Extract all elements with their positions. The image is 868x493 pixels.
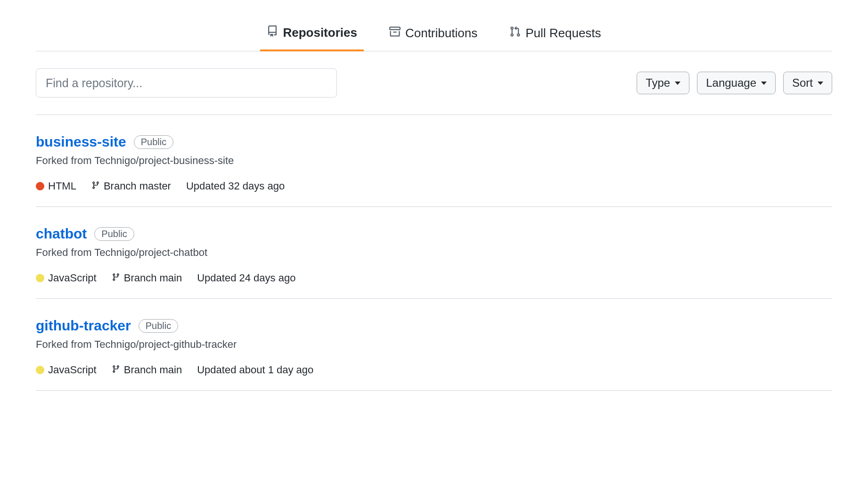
repo-item: github-trackerPublicForked from Technigo… — [36, 299, 832, 391]
repo-name-link[interactable]: chatbot — [36, 226, 87, 242]
sort-filter-button[interactable]: Sort — [783, 72, 832, 94]
repo-updated: Updated 24 days ago — [197, 272, 295, 284]
repo-fork-text: Forked from Technigo/project-chatbot — [36, 246, 832, 259]
repo-list: business-sitePublicForked from Technigo/… — [36, 115, 832, 391]
repo-branch: Branch main — [112, 364, 182, 376]
tab-repositories[interactable]: Repositories — [260, 19, 364, 51]
tab-label: Pull Requests — [525, 26, 601, 41]
visibility-badge: Public — [139, 319, 178, 333]
language-color-dot — [36, 274, 44, 282]
tab-pull-requests[interactable]: Pull Requests — [503, 19, 607, 51]
button-label: Type — [646, 76, 670, 90]
branch-label: Branch main — [124, 364, 182, 376]
language-color-dot — [36, 366, 44, 374]
button-label: Sort — [792, 76, 813, 90]
repo-language: JavaScript — [36, 272, 97, 284]
git-branch-icon — [91, 180, 100, 192]
tab-contributions[interactable]: Contributions — [383, 19, 484, 51]
repo-language: HTML — [36, 180, 76, 192]
branch-label: Branch main — [124, 272, 182, 284]
visibility-badge: Public — [134, 135, 173, 149]
tabnav: Repositories Contributions Pull Requests — [36, 19, 832, 51]
caret-down-icon — [761, 82, 767, 85]
git-branch-icon — [112, 272, 120, 284]
language-color-dot — [36, 182, 44, 190]
type-filter-button[interactable]: Type — [637, 72, 689, 94]
branch-label: Branch master — [104, 180, 171, 192]
repo-item: business-sitePublicForked from Technigo/… — [36, 115, 832, 207]
repo-language: JavaScript — [36, 364, 97, 376]
filter-buttons: Type Language Sort — [637, 72, 832, 94]
repo-updated: Updated 32 days ago — [186, 180, 285, 192]
language-label: JavaScript — [48, 272, 97, 284]
language-label: JavaScript — [48, 364, 97, 376]
repo-branch: Branch master — [91, 180, 171, 192]
language-filter-button[interactable]: Language — [697, 72, 776, 94]
repo-icon — [267, 25, 278, 40]
repo-item: chatbotPublicForked from Technigo/projec… — [36, 207, 832, 299]
repo-branch: Branch main — [112, 272, 182, 284]
search-input[interactable] — [36, 68, 337, 98]
tab-label: Repositories — [283, 25, 357, 40]
visibility-badge: Public — [94, 227, 134, 241]
tab-label: Contributions — [405, 26, 477, 41]
git-branch-icon — [112, 364, 120, 376]
caret-down-icon — [675, 82, 680, 85]
archive-icon — [389, 26, 401, 41]
repo-name-link[interactable]: github-tracker — [36, 318, 131, 334]
repo-name-link[interactable]: business-site — [36, 134, 126, 150]
repo-fork-text: Forked from Technigo/project-business-si… — [36, 155, 832, 167]
pr-icon — [509, 26, 521, 41]
language-label: HTML — [48, 180, 76, 192]
repo-fork-text: Forked from Technigo/project-github-trac… — [36, 338, 832, 351]
filter-row: Type Language Sort — [36, 51, 832, 115]
caret-down-icon — [818, 82, 823, 85]
repo-updated: Updated about 1 day ago — [197, 364, 313, 376]
button-label: Language — [706, 76, 756, 90]
